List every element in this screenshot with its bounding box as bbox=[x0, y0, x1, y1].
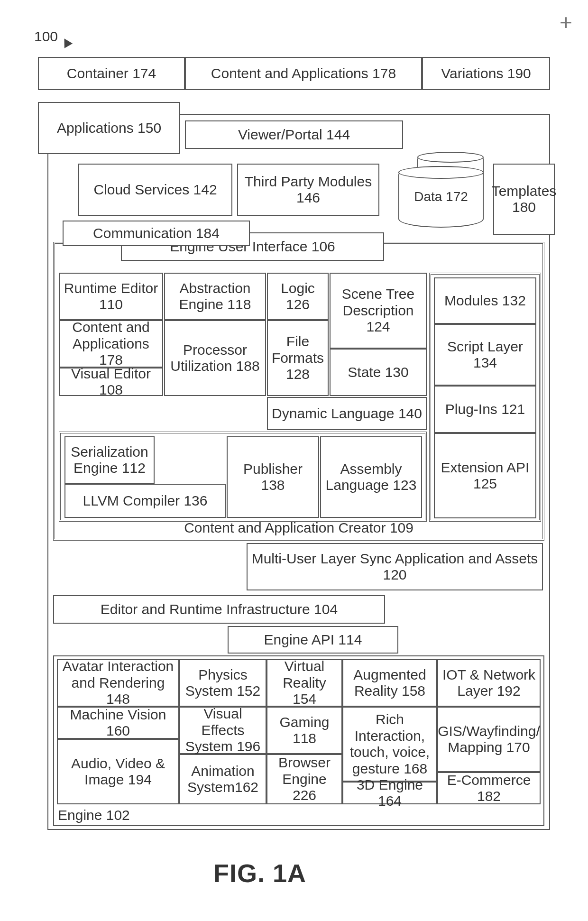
gaming-box: Gaming 118 bbox=[266, 707, 342, 754]
llvm-compiler-box: LLVM Compiler 136 bbox=[64, 484, 226, 518]
modules-box: Modules 132 bbox=[434, 277, 536, 324]
runtime-editor-box: Runtime Editor 110 bbox=[59, 273, 163, 320]
assembly-language-box: Assembly Language 123 bbox=[320, 436, 422, 518]
abstraction-engine-box: Abstraction Engine 118 bbox=[164, 273, 266, 320]
avatar-box: Avatar Interaction and Rendering 148 bbox=[57, 659, 179, 707]
logic-box: Logic 126 bbox=[267, 273, 329, 320]
third-party-modules-box: Third Party Modules 146 bbox=[237, 164, 379, 216]
publisher-box: Publisher 138 bbox=[227, 436, 319, 518]
ecommerce-box: E-Commerce 182 bbox=[437, 772, 541, 804]
vr-box: Virtual Reality 154 bbox=[266, 659, 342, 707]
physics-box: Physics System 152 bbox=[179, 659, 266, 707]
applications-box: Applications 150 bbox=[38, 102, 180, 154]
file-formats-box: File Formats 128 bbox=[267, 320, 329, 396]
multiuser-box: Multi-User Layer Sync Application and As… bbox=[247, 543, 543, 590]
animation-box: Animation System162 bbox=[179, 754, 266, 804]
container-box: Container 174 bbox=[38, 57, 185, 90]
ref-arrow-icon bbox=[60, 36, 73, 48]
plugins-box: Plug-Ins 121 bbox=[434, 386, 536, 433]
processor-utilization-box: Processor Utilization 188 bbox=[164, 320, 266, 396]
audio-video-box: Audio, Video & Image 194 bbox=[57, 739, 179, 804]
crop-mark-icon: + bbox=[560, 9, 572, 35]
browser-engine-box: Browser Engine 226 bbox=[266, 754, 342, 804]
visual-effects-box: Visual Effects System 196 bbox=[179, 707, 266, 754]
content-apps-creator-box: Content and Applications 178 bbox=[59, 320, 163, 368]
viewer-portal-box: Viewer/Portal 144 bbox=[185, 120, 403, 149]
dynamic-language-box: Dynamic Language 140 bbox=[267, 397, 427, 430]
ar-box: Augmented Reality 158 bbox=[342, 659, 437, 707]
data-cylinder: Data 172 bbox=[398, 166, 484, 228]
diagram-canvas: 100 + Container 174 Content and Applicat… bbox=[9, 9, 579, 911]
iot-box: IOT & Network Layer 192 bbox=[437, 659, 541, 707]
scene-tree-box: Scene Tree Description 124 bbox=[330, 273, 427, 349]
state-box: State 130 bbox=[330, 349, 427, 396]
extension-api-box: Extension API 125 bbox=[434, 433, 536, 518]
editor-runtime-infra-box: Editor and Runtime Infrastructure 104 bbox=[53, 595, 385, 624]
content-apps-box: Content and Applications 178 bbox=[185, 57, 422, 90]
engine3d-box: 3D Engine 164 bbox=[342, 782, 437, 804]
machine-vision-box: Machine Vision 160 bbox=[57, 707, 179, 739]
creator-outer-label: Content and Application Creator 109 bbox=[184, 520, 413, 536]
visual-editor-box: Visual Editor 108 bbox=[59, 368, 163, 396]
gis-box: GIS/Wayfinding/ Mapping 170 bbox=[437, 707, 541, 772]
script-layer-box: Script Layer 134 bbox=[434, 324, 536, 386]
cloud-services-box: Cloud Services 142 bbox=[78, 164, 232, 216]
engine-api-box: Engine API 114 bbox=[228, 626, 398, 654]
ref-100: 100 bbox=[34, 28, 58, 45]
engine-label: Engine 102 bbox=[58, 807, 130, 824]
figure-label: FIG. 1A bbox=[213, 858, 306, 888]
rich-interaction-box: Rich Interaction, touch, voice, gesture … bbox=[342, 707, 437, 782]
templates-box: Templates 180 bbox=[493, 164, 555, 235]
variations-box: Variations 190 bbox=[422, 57, 550, 90]
serialization-engine-box: Serialization Engine 112 bbox=[64, 436, 155, 484]
communication-bar: Communication 184 bbox=[63, 221, 250, 246]
